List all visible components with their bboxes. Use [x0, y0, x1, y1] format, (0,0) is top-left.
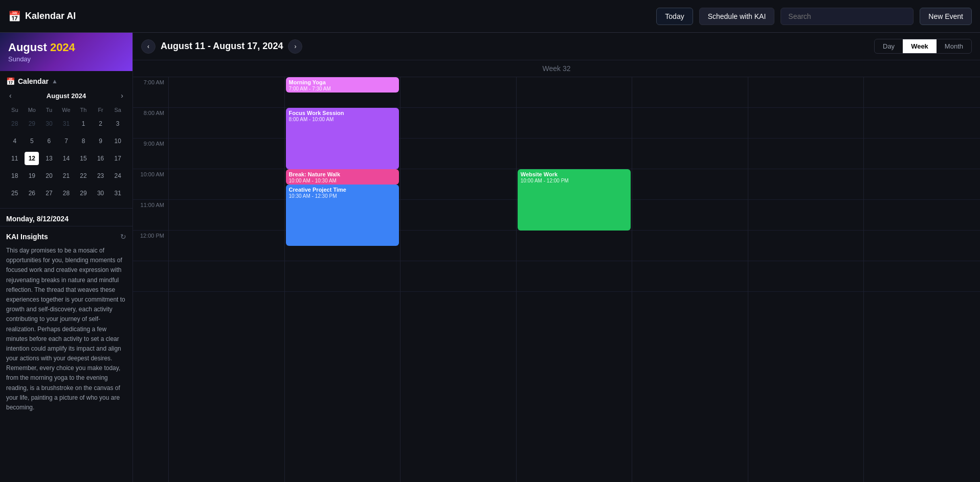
cal-day-cell[interactable]: 15	[75, 150, 92, 167]
day-time-slot[interactable]	[400, 231, 516, 261]
month-view-button[interactable]: Month	[937, 39, 971, 53]
cal-day-cell[interactable]: 28	[58, 185, 75, 202]
day-time-slot[interactable]	[748, 139, 864, 169]
calendar-small-icon: 📅	[6, 77, 15, 85]
day-time-slot[interactable]	[517, 77, 632, 108]
day-time-slot[interactable]	[400, 77, 516, 108]
day-time-slot[interactable]	[632, 261, 748, 292]
day-time-slot[interactable]	[169, 77, 284, 108]
cal-day-cell[interactable]: 19	[24, 167, 41, 185]
event-website-work[interactable]: Website Work10:00 AM - 12:00 PM	[518, 169, 631, 231]
day-time-slot[interactable]	[632, 139, 748, 169]
event-morning-yoga[interactable]: Morning Yoga7:00 AM - 7:30 AM	[286, 77, 399, 93]
event-creative-project[interactable]: Creative Project Time10:30 AM - 12:30 PM	[286, 185, 399, 246]
cal-day-cell[interactable]: 13	[40, 150, 58, 167]
cal-day-cell[interactable]: 20	[40, 167, 58, 185]
cal-day-cell[interactable]: 16	[92, 150, 109, 167]
day-time-slot[interactable]	[517, 261, 632, 292]
cal-day-cell[interactable]: 31	[109, 185, 126, 202]
cal-day-cell[interactable]: 29	[24, 115, 41, 132]
cal-day-cell[interactable]: 23	[92, 167, 109, 185]
prev-week-button[interactable]: ‹	[141, 39, 155, 54]
day-time-slot[interactable]	[748, 231, 864, 261]
cal-day-cell[interactable]: 30	[40, 115, 58, 132]
cal-day-cell[interactable]: 31	[58, 115, 75, 132]
day-time-slot[interactable]	[864, 231, 980, 261]
day-time-slot[interactable]	[632, 231, 748, 261]
day-time-slot[interactable]	[400, 200, 516, 231]
prev-month-button[interactable]: ‹	[6, 90, 15, 101]
day-time-slot[interactable]	[169, 169, 284, 200]
day-time-slot[interactable]	[748, 169, 864, 200]
new-event-button[interactable]: New Event	[920, 8, 972, 25]
cal-dow-header: Th	[75, 105, 92, 115]
event-focus-work[interactable]: Focus Work Session8:00 AM - 10:00 AM	[286, 108, 399, 169]
cal-day-cell[interactable]: 1	[75, 115, 92, 132]
next-month-button[interactable]: ›	[118, 90, 126, 101]
cal-day-cell[interactable]: 8	[75, 132, 92, 150]
event-nature-walk[interactable]: Break: Nature Walk10:00 AM - 10:30 AM	[286, 169, 399, 185]
calendar-toggle[interactable]: 📅 Calendar ▲	[6, 77, 58, 85]
day-time-slot[interactable]	[632, 169, 748, 200]
day-time-slot[interactable]	[169, 231, 284, 261]
day-time-slot[interactable]	[864, 200, 980, 231]
cal-day-cell[interactable]: 11	[6, 150, 24, 167]
kai-insights-text: This day promises to be a mosaic of oppo…	[6, 246, 126, 412]
day-time-slot[interactable]	[285, 261, 400, 292]
day-time-slot[interactable]	[632, 108, 748, 139]
schedule-kai-button[interactable]: Schedule with KAI	[699, 8, 775, 25]
cal-day-cell[interactable]: 6	[40, 132, 58, 150]
day-time-slot[interactable]	[748, 77, 864, 108]
cal-day-cell[interactable]: 22	[75, 167, 92, 185]
cal-day-cell[interactable]: 2	[92, 115, 109, 132]
day-time-slot[interactable]	[632, 200, 748, 231]
day-time-slot[interactable]	[517, 139, 632, 169]
refresh-icon[interactable]: ↻	[120, 233, 126, 241]
day-time-slot[interactable]	[400, 139, 516, 169]
search-input[interactable]	[781, 8, 914, 25]
day-time-slot[interactable]	[864, 139, 980, 169]
day-time-slot[interactable]	[517, 108, 632, 139]
day-time-slot[interactable]	[517, 231, 632, 261]
cal-day-cell[interactable]: 10	[109, 132, 126, 150]
week-range: August 11 - August 17, 2024	[161, 41, 283, 52]
day-time-slot[interactable]	[748, 200, 864, 231]
week-view-button[interactable]: Week	[903, 39, 937, 53]
cal-day-cell[interactable]: 18	[6, 167, 24, 185]
main-layout: August 2024 Sunday 📅 Calendar ▲ ‹ August…	[0, 33, 980, 482]
cal-day-cell[interactable]: 30	[92, 185, 109, 202]
cal-day-cell[interactable]: 21	[58, 167, 75, 185]
day-view-button[interactable]: Day	[875, 39, 903, 53]
cal-day-cell[interactable]: 14	[58, 150, 75, 167]
day-time-slot[interactable]	[169, 261, 284, 292]
today-button[interactable]: Today	[656, 8, 693, 25]
cal-day-cell[interactable]: 9	[92, 132, 109, 150]
day-time-slot[interactable]	[169, 139, 284, 169]
day-time-slot[interactable]	[400, 108, 516, 139]
cal-day-cell[interactable]: 29	[75, 185, 92, 202]
day-time-slot[interactable]	[632, 77, 748, 108]
day-time-slot[interactable]	[864, 261, 980, 292]
cal-day-cell[interactable]: 26	[24, 185, 41, 202]
cal-day-cell[interactable]: 17	[109, 150, 126, 167]
day-time-slot[interactable]	[748, 108, 864, 139]
cal-day-cell[interactable]: 3	[109, 115, 126, 132]
day-time-slot[interactable]	[864, 77, 980, 108]
day-time-slot[interactable]	[400, 169, 516, 200]
cal-day-cell[interactable]: 25	[6, 185, 24, 202]
cal-day-cell[interactable]: 27	[40, 185, 58, 202]
day-time-slot[interactable]	[169, 108, 284, 139]
day-time-slot[interactable]	[864, 169, 980, 200]
cal-day-cell[interactable]: 28	[6, 115, 24, 132]
cal-day-cell[interactable]: 12	[24, 150, 41, 167]
day-time-slot[interactable]	[748, 261, 864, 292]
next-week-button[interactable]: ›	[288, 39, 302, 54]
cal-day-cell[interactable]: 4	[6, 132, 24, 150]
selected-date-label: Monday, 8/12/2024	[0, 209, 132, 226]
cal-day-cell[interactable]: 7	[58, 132, 75, 150]
cal-day-cell[interactable]: 24	[109, 167, 126, 185]
day-time-slot[interactable]	[864, 108, 980, 139]
day-time-slot[interactable]	[169, 200, 284, 231]
day-time-slot[interactable]	[400, 261, 516, 292]
cal-day-cell[interactable]: 5	[24, 132, 41, 150]
